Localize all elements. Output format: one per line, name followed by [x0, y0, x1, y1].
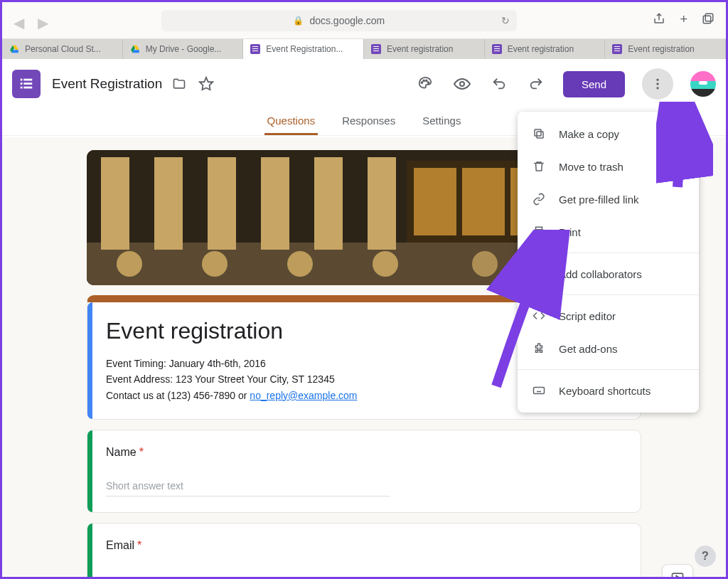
browser-tab-1[interactable]: My Drive - Google... [123, 39, 244, 59]
avatar[interactable] [690, 71, 716, 97]
svg-point-22 [656, 87, 658, 89]
svg-point-15 [421, 82, 422, 83]
svg-point-17 [426, 80, 427, 82]
question-input-placeholder[interactable]: Short answer text [106, 476, 390, 496]
svg-rect-27 [208, 157, 236, 250]
forms-icon [612, 44, 622, 54]
tab-responses[interactable]: Responses [339, 109, 398, 135]
tab-label: Event registration [628, 44, 694, 54]
svg-rect-46 [537, 132, 543, 138]
undo-icon[interactable] [489, 74, 509, 94]
copy-icon [532, 127, 546, 140]
svg-rect-33 [462, 168, 505, 235]
redo-icon[interactable] [526, 74, 546, 94]
forms-logo[interactable] [12, 70, 41, 98]
reload-icon[interactable]: ↻ [501, 15, 510, 26]
theme-icon[interactable] [415, 74, 435, 94]
drive-icon [130, 44, 140, 54]
browser-tab-5[interactable]: Event registration [605, 39, 726, 59]
trash-icon [532, 160, 546, 173]
svg-rect-29 [314, 157, 343, 250]
svg-rect-28 [261, 157, 289, 250]
menu-script-editor[interactable]: Script editor [518, 299, 699, 332]
svg-rect-13 [23, 87, 32, 89]
url-text: docs.google.com [309, 15, 385, 26]
menu-get-addons[interactable]: Get add-ons [518, 332, 699, 365]
svg-point-39 [373, 251, 398, 277]
svg-point-51 [536, 270, 540, 274]
more-button[interactable] [642, 68, 673, 100]
code-icon [532, 309, 546, 322]
browser-toolbar: ◀ ▶ 🔒 docs.google.com ↻ + [2, 2, 726, 39]
addon-icon [532, 342, 546, 355]
svg-point-38 [287, 251, 313, 277]
forward-button[interactable]: ▶ [38, 14, 50, 27]
svg-rect-32 [414, 168, 456, 235]
svg-rect-11 [23, 83, 32, 85]
svg-rect-1 [703, 16, 711, 23]
svg-point-20 [656, 79, 658, 81]
svg-marker-14 [200, 78, 213, 90]
share-icon[interactable] [653, 12, 665, 28]
link-icon [532, 193, 546, 206]
doc-title[interactable]: Event Registration [52, 76, 162, 92]
svg-rect-8 [21, 79, 23, 81]
svg-point-40 [472, 251, 498, 277]
back-button[interactable]: ◀ [14, 14, 26, 27]
svg-point-21 [656, 83, 658, 85]
tab-settings[interactable]: Settings [419, 109, 464, 135]
menu-make-copy[interactable]: Make a copy [518, 117, 699, 150]
tab-label: Event registration [508, 44, 574, 54]
address-bar[interactable]: 🔒 docs.google.com ↻ [161, 10, 517, 31]
menu-add-collaborators[interactable]: Add collaborators [518, 257, 699, 290]
question-label: Name* [106, 446, 622, 459]
svg-rect-47 [535, 129, 541, 136]
tab-label: Personal Cloud St... [25, 44, 101, 54]
app-header: Event Registration Send [2, 59, 726, 109]
add-person-icon [532, 267, 546, 280]
browser-tab-4[interactable]: Event registration [485, 39, 606, 59]
print-icon [532, 225, 546, 238]
question-card-email[interactable]: Email* [87, 523, 641, 577]
svg-point-18 [428, 82, 429, 83]
tab-label: Event Registration... [266, 44, 343, 54]
side-toolbar [662, 564, 693, 577]
svg-rect-26 [154, 157, 183, 250]
svg-point-37 [202, 251, 228, 277]
help-button[interactable]: ? [695, 546, 716, 567]
contact-email-link[interactable]: no_reply@example.com [250, 390, 357, 401]
menu-move-trash[interactable]: Move to trash [518, 150, 699, 183]
tab-strip: Personal Cloud St... My Drive - Google..… [2, 39, 726, 59]
tab-label: My Drive - Google... [146, 44, 222, 54]
browser-tab-0[interactable]: Personal Cloud St... [2, 39, 123, 59]
send-button[interactable]: Send [563, 71, 625, 97]
preview-icon[interactable] [452, 74, 472, 94]
drive-icon [9, 44, 19, 54]
svg-point-36 [117, 251, 142, 277]
star-icon[interactable] [196, 74, 216, 94]
svg-rect-12 [21, 87, 23, 89]
tabs-icon[interactable] [702, 12, 714, 28]
add-video-icon[interactable] [670, 570, 685, 577]
svg-point-19 [460, 82, 464, 86]
forms-icon [371, 44, 381, 54]
keyboard-icon [532, 384, 546, 397]
menu-prefilled-link[interactable]: Get pre-filled link [518, 183, 699, 216]
question-label: Email* [106, 539, 622, 552]
tab-questions[interactable]: Questions [264, 109, 318, 135]
tab-label: Event registration [387, 44, 453, 54]
browser-tab-2[interactable]: Event Registration... [243, 39, 364, 59]
new-tab-icon[interactable]: + [680, 12, 687, 28]
menu-keyboard-shortcuts[interactable]: Keyboard shortcuts [518, 374, 699, 407]
svg-rect-30 [368, 157, 396, 250]
question-card-name[interactable]: Name* Short answer text [87, 430, 641, 513]
folder-icon[interactable] [169, 74, 189, 94]
svg-rect-25 [101, 157, 129, 250]
svg-rect-9 [23, 79, 32, 81]
svg-rect-0 [705, 14, 713, 21]
menu-print[interactable]: Print [518, 216, 699, 248]
svg-marker-43 [676, 576, 679, 578]
svg-point-16 [423, 80, 424, 82]
forms-icon [492, 44, 502, 54]
browser-tab-3[interactable]: Event registration [364, 39, 485, 59]
